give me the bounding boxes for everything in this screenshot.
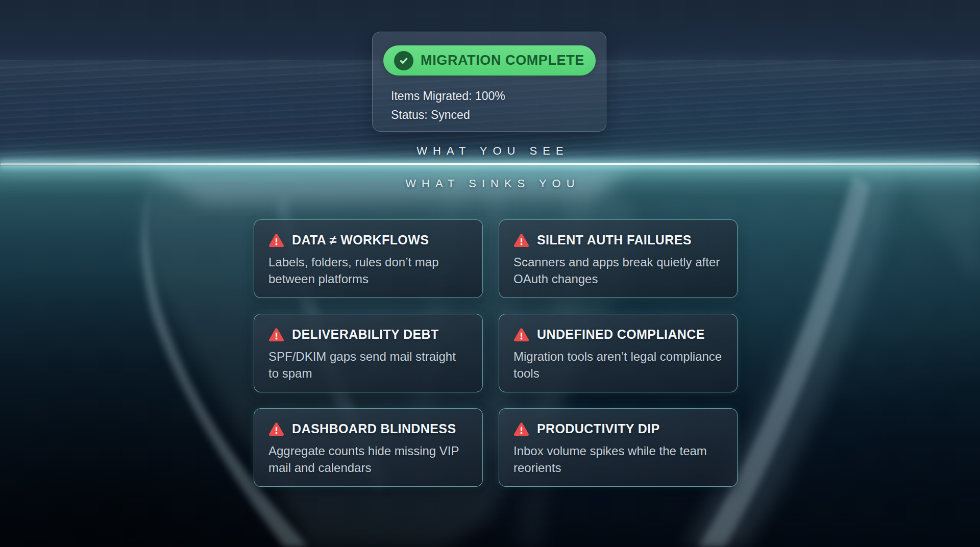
risk-card-title: DATA ≠ WORKFLOWS <box>292 233 429 247</box>
risk-card-body: Migration tools aren’t legal compliance … <box>513 348 723 382</box>
risk-card-grid: DATA ≠ WORKFLOWS Labels, folders, rules … <box>254 219 738 487</box>
risk-card-header: DASHBOARD BLINDNESS <box>268 421 468 436</box>
warning-triangle-icon <box>513 233 529 247</box>
warning-triangle-icon <box>268 328 284 342</box>
badge-label: MIGRATION COMPLETE <box>421 53 584 68</box>
risk-card-title: DELIVERABILITY DEBT <box>292 327 439 342</box>
migration-stats: Items Migrated: 100% Status: Synced <box>391 87 606 125</box>
warning-triangle-icon <box>513 328 529 342</box>
warning-triangle-icon <box>513 422 529 436</box>
risk-card: UNDEFINED COMPLIANCE Migration tools are… <box>499 314 738 392</box>
risk-card: DASHBOARD BLINDNESS Aggregate counts hid… <box>254 408 483 487</box>
check-circle-icon <box>394 51 413 70</box>
warning-triangle-icon <box>268 422 284 436</box>
risk-card-header: UNDEFINED COMPLIANCE <box>513 327 723 342</box>
risk-card-body: Aggregate counts hide missing VIP mail a… <box>268 442 468 476</box>
section-label-above-water: WHAT YOU SEE <box>0 144 980 158</box>
risk-card: DELIVERABILITY DEBT SPF/DKIM gaps send m… <box>254 314 483 392</box>
risk-card-title: SILENT AUTH FAILURES <box>537 233 692 247</box>
status-line: Status: Synced <box>391 106 606 125</box>
section-label-below-water: WHAT SINKS YOU <box>0 177 980 190</box>
migration-complete-badge: MIGRATION COMPLETE <box>383 45 596 76</box>
risk-card-title: DASHBOARD BLINDNESS <box>292 421 456 436</box>
risk-card-header: SILENT AUTH FAILURES <box>513 233 723 247</box>
waterline <box>0 163 980 165</box>
risk-card-body: SPF/DKIM gaps send mail straight to spam <box>268 348 468 382</box>
iceberg-infographic: WHAT YOU SEE WHAT SINKS YOU MIGRATION CO… <box>0 0 980 547</box>
warning-triangle-icon <box>268 233 284 247</box>
risk-card-body: Inbox volume spikes while the team reori… <box>513 442 723 476</box>
risk-card-header: PRODUCTIVITY DIP <box>513 421 723 436</box>
migration-summary-card: MIGRATION COMPLETE Items Migrated: 100% … <box>372 32 606 132</box>
risk-card-title: PRODUCTIVITY DIP <box>537 421 660 436</box>
risk-card-body: Scanners and apps break quietly after OA… <box>513 254 723 287</box>
risk-card: SILENT AUTH FAILURES Scanners and apps b… <box>499 219 738 298</box>
items-migrated-line: Items Migrated: 100% <box>391 87 606 106</box>
risk-card-header: DELIVERABILITY DEBT <box>268 327 468 342</box>
risk-card: PRODUCTIVITY DIP Inbox volume spikes whi… <box>499 408 738 487</box>
risk-card-header: DATA ≠ WORKFLOWS <box>268 233 468 247</box>
risk-card-body: Labels, folders, rules don’t map between… <box>268 254 468 287</box>
risk-card: DATA ≠ WORKFLOWS Labels, folders, rules … <box>254 219 483 298</box>
risk-card-title: UNDEFINED COMPLIANCE <box>537 327 705 342</box>
